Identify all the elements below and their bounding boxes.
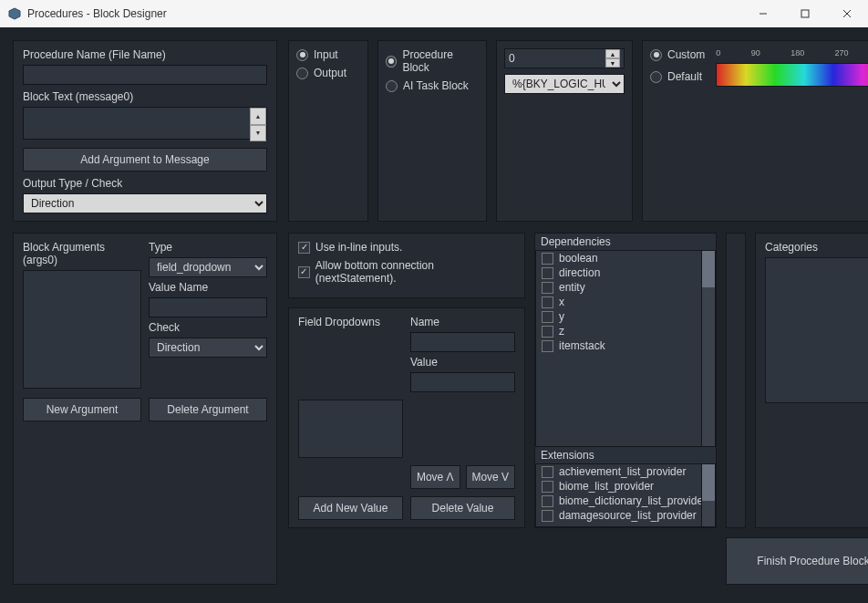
- move-down-button[interactable]: Move V: [466, 465, 516, 489]
- args-header: Block Arguments (args0): [23, 241, 141, 266]
- deps-ext-panel: Dependencies boolean direction entity x …: [534, 233, 717, 528]
- spinner-arrows-icon[interactable]: ▲▼: [605, 49, 620, 68]
- field-dd-name-input[interactable]: [410, 332, 515, 352]
- io-panel: Input Output: [288, 40, 368, 222]
- delete-value-button[interactable]: Delete Value: [410, 496, 515, 520]
- hue-preset-select[interactable]: %{BKY_LOGIC_HUE}: [504, 74, 625, 94]
- checkbox-icon[interactable]: [542, 510, 553, 522]
- dependencies-list[interactable]: boolean direction entity x y z itemstack: [535, 250, 716, 447]
- categories-header: Categories: [765, 241, 868, 254]
- add-argument-button[interactable]: Add Argument to Message: [23, 148, 267, 172]
- procedure-name-panel: Procedure Name (File Name) Block Text (m…: [13, 40, 277, 222]
- procedure-name-input[interactable]: [23, 65, 267, 85]
- hue-slider[interactable]: [716, 63, 868, 87]
- list-item: y: [536, 309, 715, 324]
- list-item: achievement_list_provider: [536, 464, 715, 479]
- radio-ai-task-block[interactable]: AI Task Block: [386, 79, 479, 92]
- args-check-select[interactable]: Direction: [149, 338, 267, 358]
- checkbox-icon[interactable]: [542, 340, 553, 352]
- field-dropdowns-panel: Field Dropdowns Name Value Move Λ Move V…: [288, 307, 525, 528]
- move-up-button[interactable]: Move Λ: [410, 465, 460, 489]
- finish-procedure-button[interactable]: Finish Procedure Block: [726, 537, 868, 585]
- list-item: entity: [536, 280, 715, 295]
- list-item: boolean: [536, 251, 715, 265]
- radio-default[interactable]: Default: [650, 70, 705, 83]
- close-button[interactable]: [826, 0, 868, 27]
- radio-icon: [296, 49, 308, 61]
- scrollbar[interactable]: [701, 251, 715, 446]
- args-type-label: Type: [149, 241, 267, 254]
- allow-bottom-checkbox[interactable]: Allow bottom connection (nextStatement).: [298, 259, 515, 285]
- list-item: x: [536, 295, 715, 309]
- output-type-label: Output Type / Check: [23, 177, 267, 190]
- list-item: direction: [536, 265, 715, 280]
- checkbox-icon[interactable]: [542, 253, 553, 265]
- radio-custom[interactable]: Custom: [650, 48, 705, 61]
- hue-mode-panel: Custom Default 090180270360: [642, 40, 868, 222]
- hue-tick-labels: 090180270360: [716, 48, 868, 57]
- hue-number-input[interactable]: 0 ▲▼: [504, 48, 625, 68]
- svg-marker-0: [9, 8, 20, 19]
- svg-rect-2: [801, 10, 809, 17]
- add-new-value-button[interactable]: Add New Value: [298, 496, 403, 520]
- field-dd-name-label: Name: [410, 316, 515, 328]
- categories-panel-spacer: [726, 233, 746, 528]
- categories-list[interactable]: [765, 257, 868, 403]
- block-arguments-panel: Block Arguments (args0) Type field_dropd…: [13, 233, 277, 585]
- checkbox-icon[interactable]: [542, 495, 553, 507]
- app-icon: [7, 6, 22, 21]
- field-dd-list[interactable]: [298, 400, 403, 458]
- radio-icon: [296, 68, 308, 79]
- checkbox-icon[interactable]: [542, 326, 553, 338]
- block-type-panel: Procedure Block AI Task Block: [377, 40, 487, 222]
- minimize-button[interactable]: [742, 0, 784, 27]
- radio-icon: [650, 71, 662, 83]
- block-text-label: Block Text (message0): [23, 90, 267, 103]
- checkbox-icon: [298, 266, 310, 278]
- radio-procedure-block[interactable]: Procedure Block: [386, 48, 479, 74]
- block-text-spinner[interactable]: ▲▼: [250, 108, 266, 141]
- args-type-select[interactable]: field_dropdown: [149, 257, 267, 277]
- list-item: biome_list_provider: [536, 479, 715, 494]
- procedure-name-label: Procedure Name (File Name): [23, 48, 267, 61]
- field-dd-header: Field Dropdowns: [298, 316, 403, 389]
- checkbox-icon[interactable]: [542, 267, 553, 279]
- args-value-name-label: Value Name: [149, 281, 267, 294]
- inline-options-panel: Use in-line inputs. Allow bottom connect…: [288, 233, 525, 298]
- categories-panel: Categories: [755, 233, 868, 528]
- extensions-list[interactable]: achievement_list_provider biome_list_pro…: [535, 463, 716, 527]
- scrollbar[interactable]: [701, 464, 715, 526]
- list-item: damagesource_list_provider: [536, 508, 715, 523]
- radio-input[interactable]: Input: [296, 48, 360, 61]
- radio-output[interactable]: Output: [296, 67, 360, 79]
- list-item: biome_dictionary_list_provider: [536, 494, 715, 508]
- args-list[interactable]: [23, 270, 141, 389]
- dependencies-header: Dependencies: [535, 234, 716, 250]
- checkbox-icon[interactable]: [542, 311, 553, 323]
- hue-value-panel: 0 ▲▼ %{BKY_LOGIC_HUE}: [496, 40, 633, 222]
- list-item: z: [536, 324, 715, 338]
- use-inline-checkbox[interactable]: Use in-line inputs.: [298, 241, 515, 254]
- window-title: Procedures - Block Designer: [27, 7, 742, 20]
- delete-argument-button[interactable]: Delete Argument: [149, 398, 267, 421]
- field-dd-value-label: Value: [410, 356, 515, 369]
- block-text-input[interactable]: [23, 107, 267, 140]
- checkbox-icon[interactable]: [542, 282, 553, 294]
- maximize-button[interactable]: [784, 0, 826, 27]
- radio-icon: [650, 49, 662, 61]
- list-item: itemstack: [536, 338, 715, 353]
- new-argument-button[interactable]: New Argument: [23, 398, 141, 421]
- checkbox-icon: [298, 242, 310, 254]
- radio-icon: [386, 80, 398, 92]
- checkbox-icon[interactable]: [542, 481, 553, 493]
- extensions-header: Extensions: [535, 447, 716, 463]
- checkbox-icon[interactable]: [542, 466, 553, 478]
- output-type-select[interactable]: Direction: [23, 193, 267, 213]
- radio-icon: [386, 56, 397, 68]
- field-dd-value-input[interactable]: [410, 372, 515, 392]
- titlebar: Procedures - Block Designer: [0, 0, 868, 27]
- args-check-label: Check: [149, 321, 267, 334]
- args-value-name-input[interactable]: [149, 297, 267, 317]
- checkbox-icon[interactable]: [542, 296, 553, 308]
